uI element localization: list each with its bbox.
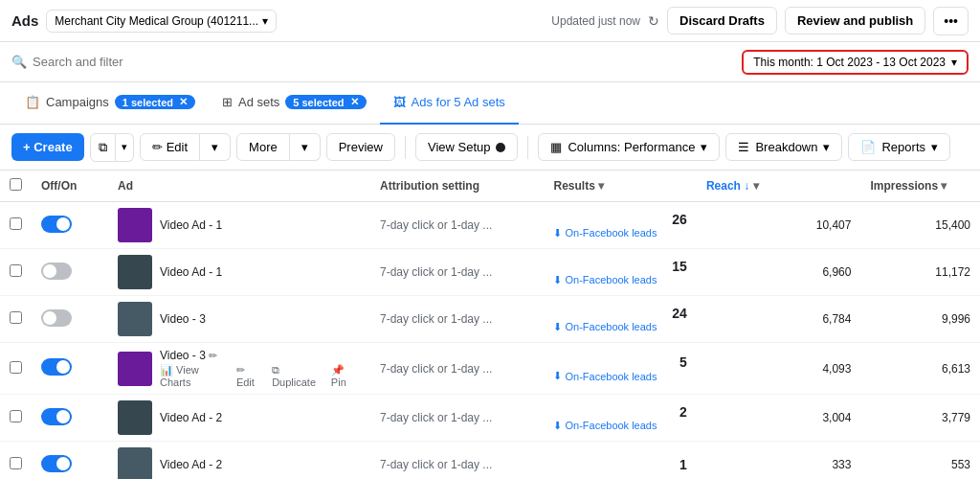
ads-table: Off/On Ad Attribution setting Results ▾ …	[0, 171, 980, 479]
row-results-cell: 15 ⬇ On-Facebook leads	[544, 249, 696, 296]
top-bar-right: Updated just now ↻ Discard Drafts Review…	[551, 7, 969, 35]
row-checkbox-cell[interactable]	[0, 395, 32, 442]
tab-campaigns[interactable]: 📋 Campaigns 1 selected ✕	[11, 82, 209, 125]
campaigns-badge-close[interactable]: ✕	[179, 96, 188, 108]
results-label: ⬇ On-Facebook leads	[553, 274, 686, 286]
edit-name-icon[interactable]: ✏	[209, 350, 217, 361]
ad-name: Video Ad - 1	[160, 218, 222, 232]
search-input[interactable]	[33, 55, 224, 69]
row-checkbox[interactable]	[10, 410, 22, 422]
adsets-badge-close[interactable]: ✕	[350, 96, 359, 108]
row-checkbox[interactable]	[10, 264, 22, 277]
copy-button[interactable]: ⧉	[90, 133, 116, 162]
row-impressions-cell: 15,400	[860, 202, 980, 249]
date-range-selector[interactable]: This month: 1 Oct 2023 - 13 Oct 2023 ▾	[742, 50, 969, 75]
table-row: Video - 3 ✏ 📊 View Charts ✏ Edit ⧉ Dupli…	[0, 343, 980, 395]
ad-name: Video - 3	[160, 312, 206, 326]
tab-adsets[interactable]: ⊞ Ad sets 5 selected ✕	[209, 82, 380, 125]
reports-button[interactable]: 📄 Reports ▾	[848, 133, 950, 161]
table-header-row: Off/On Ad Attribution setting Results ▾ …	[0, 171, 980, 202]
pin-action[interactable]: 📌 Pin	[331, 364, 361, 388]
row-attribution-cell: 7-day click or 1-day ...	[370, 296, 544, 343]
chevron-down-icon: ▾	[951, 56, 957, 69]
row-checkbox-cell[interactable]	[0, 202, 32, 249]
ad-name: Video Ad - 2	[160, 458, 222, 471]
row-checkbox-cell[interactable]	[0, 296, 32, 343]
tab-ads[interactable]: 🖼 Ads for 5 Ad sets	[380, 82, 519, 125]
columns-button[interactable]: ▦ Columns: Performance ▾	[538, 133, 720, 161]
header-ad: Ad	[108, 171, 370, 202]
header-results[interactable]: Results ▾	[544, 171, 696, 202]
account-selector[interactable]: Merchant City Medical Group (401211... ▾	[46, 10, 277, 33]
more-dropdown[interactable]: ▾	[290, 133, 321, 161]
row-toggle-cell	[32, 296, 108, 343]
row-toggle[interactable]	[41, 262, 72, 280]
row-checkbox-cell[interactable]	[0, 442, 32, 480]
reach-number: 3,004	[822, 411, 851, 424]
adsets-badge: 5 selected ✕	[285, 95, 366, 109]
row-toggle[interactable]	[41, 408, 72, 425]
row-results-cell: 5 ⬇ On-Facebook leads	[544, 343, 696, 395]
row-checkbox[interactable]	[10, 361, 22, 374]
discard-drafts-button[interactable]: Discard Drafts	[667, 7, 777, 34]
header-impressions[interactable]: Impressions ▾	[860, 171, 980, 202]
results-number: 2	[553, 404, 686, 420]
edit-action[interactable]: ✏ Edit	[236, 364, 264, 388]
ad-info: Video Ad - 1	[160, 218, 222, 232]
ad-name: Video Ad - 1	[160, 265, 222, 279]
row-toggle[interactable]	[41, 455, 72, 472]
row-results-cell: 1	[544, 442, 696, 480]
results-number: 1	[553, 457, 686, 472]
impressions-number: 3,779	[942, 411, 970, 424]
edit-dropdown[interactable]: ▾	[200, 133, 231, 161]
ads-tab-icon: 🖼	[393, 95, 406, 109]
row-toggle[interactable]	[41, 216, 72, 233]
attribution-text: 7-day click or 1-day ...	[380, 411, 492, 424]
row-checkbox-cell[interactable]	[0, 343, 32, 395]
select-all-checkbox[interactable]	[10, 178, 22, 191]
breakdown-button[interactable]: ☰ Breakdown ▾	[725, 133, 842, 161]
header-reach[interactable]: Reach ↓ ▾	[697, 171, 861, 202]
view-charts-action[interactable]: 📊 View Charts	[160, 364, 229, 388]
row-ad-cell: Video - 3	[108, 296, 370, 343]
reach-number: 6,960	[822, 265, 851, 279]
edit-icon: ✏	[152, 140, 163, 154]
reach-number: 333	[832, 458, 851, 471]
more-button[interactable]: More	[236, 133, 290, 161]
adsets-label: Ad sets	[238, 95, 279, 109]
row-checkbox-cell[interactable]	[0, 249, 32, 296]
date-range-text: This month: 1 Oct 2023 - 13 Oct 2023	[753, 56, 946, 69]
ad-thumbnail	[118, 447, 152, 479]
duplicate-action[interactable]: ⧉ Duplicate	[272, 364, 323, 388]
row-attribution-cell: 7-day click or 1-day ...	[370, 395, 544, 442]
campaigns-badge: 1 selected ✕	[115, 95, 195, 109]
copy-dropdown[interactable]: ▾	[116, 133, 134, 162]
row-ad-cell: Video Ad - 1	[108, 249, 370, 296]
row-toggle[interactable]	[41, 309, 72, 327]
create-button[interactable]: + Create	[11, 133, 84, 161]
table-row: Video Ad - 1 7-day click or 1-day ... 26…	[0, 202, 980, 249]
row-reach-cell: 6,960	[697, 249, 861, 296]
campaigns-label: Campaigns	[46, 95, 109, 109]
results-number: 15	[553, 259, 686, 274]
ad-name: Video Ad - 2	[160, 411, 222, 424]
view-setup-button[interactable]: View Setup	[415, 133, 519, 161]
more-options-button[interactable]: •••	[933, 7, 969, 35]
edit-button[interactable]: ✏ Edit	[140, 133, 200, 161]
header-checkbox[interactable]	[0, 171, 32, 202]
search-bar: 🔍 This month: 1 Oct 2023 - 13 Oct 2023 ▾	[0, 42, 980, 82]
ad-cell-content: Video Ad - 2	[118, 400, 361, 435]
breakdown-chevron: ▾	[823, 140, 830, 154]
row-checkbox[interactable]	[10, 217, 22, 230]
row-impressions-cell: 9,996	[860, 296, 980, 343]
refresh-button[interactable]: ↻	[648, 13, 659, 29]
row-toggle[interactable]	[41, 358, 72, 376]
row-ad-cell: Video Ad - 2	[108, 395, 370, 442]
row-checkbox[interactable]	[10, 457, 22, 469]
copy-group: ⧉ ▾	[90, 133, 134, 162]
row-checkbox[interactable]	[10, 311, 22, 324]
review-publish-button[interactable]: Review and publish	[785, 7, 925, 34]
row-reach-cell: 333	[697, 442, 861, 480]
preview-button[interactable]: Preview	[326, 133, 395, 161]
ad-row-actions: 📊 View Charts ✏ Edit ⧉ Duplicate 📌 Pin	[160, 364, 361, 388]
